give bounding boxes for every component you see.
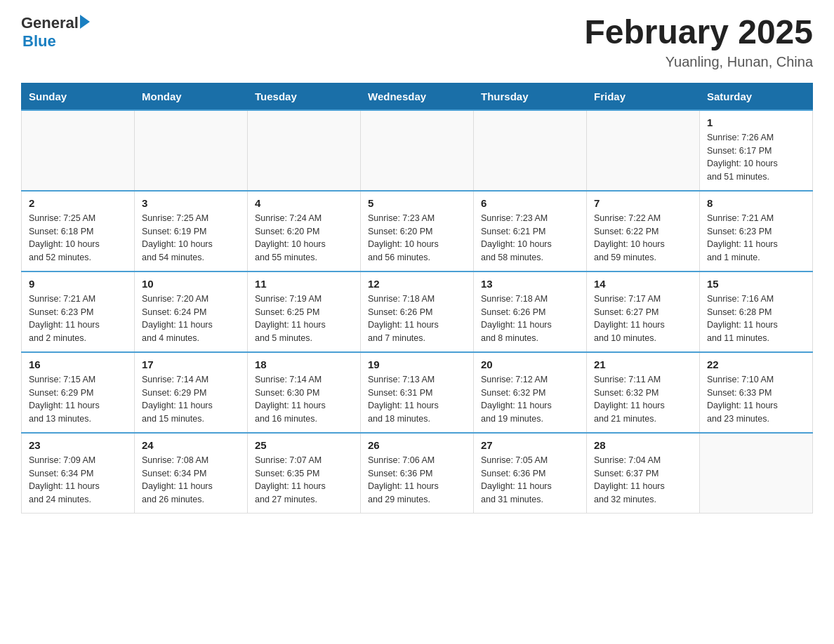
day-info: Sunrise: 7:21 AM Sunset: 6:23 PM Dayligh…: [29, 293, 127, 345]
day-info: Sunrise: 7:25 AM Sunset: 6:19 PM Dayligh…: [142, 212, 240, 264]
calendar-title: February 2025: [584, 14, 813, 51]
title-block: February 2025 Yuanling, Hunan, China: [584, 14, 813, 70]
day-info: Sunrise: 7:14 AM Sunset: 6:29 PM Dayligh…: [142, 373, 240, 426]
calendar-cell: 2Sunrise: 7:25 AM Sunset: 6:18 PM Daylig…: [22, 191, 135, 271]
day-number: 2: [29, 197, 127, 209]
calendar-cell: 19Sunrise: 7:13 AM Sunset: 6:31 PM Dayli…: [361, 352, 474, 433]
day-info: Sunrise: 7:22 AM Sunset: 6:22 PM Dayligh…: [594, 212, 692, 264]
day-number: 26: [368, 439, 466, 451]
day-number: 5: [368, 197, 466, 209]
calendar-cell: 18Sunrise: 7:14 AM Sunset: 6:30 PM Dayli…: [248, 352, 361, 433]
logo-arrow-icon: [80, 15, 90, 29]
day-info: Sunrise: 7:23 AM Sunset: 6:20 PM Dayligh…: [368, 212, 466, 264]
day-info: Sunrise: 7:08 AM Sunset: 6:34 PM Dayligh…: [142, 454, 240, 507]
calendar-week-row: 9Sunrise: 7:21 AM Sunset: 6:23 PM Daylig…: [22, 271, 813, 352]
calendar-cell: 25Sunrise: 7:07 AM Sunset: 6:35 PM Dayli…: [248, 433, 361, 514]
day-info: Sunrise: 7:12 AM Sunset: 6:32 PM Dayligh…: [481, 373, 579, 426]
calendar-cell: 13Sunrise: 7:18 AM Sunset: 6:26 PM Dayli…: [474, 271, 587, 352]
day-number: 15: [707, 278, 805, 290]
calendar-subtitle: Yuanling, Hunan, China: [584, 54, 813, 70]
calendar-cell: 16Sunrise: 7:15 AM Sunset: 6:29 PM Dayli…: [22, 352, 135, 433]
calendar-week-row: 23Sunrise: 7:09 AM Sunset: 6:34 PM Dayli…: [22, 433, 813, 514]
day-number: 6: [481, 197, 579, 209]
header-sunday: Sunday: [22, 83, 135, 110]
day-info: Sunrise: 7:05 AM Sunset: 6:36 PM Dayligh…: [481, 454, 579, 507]
header-friday: Friday: [587, 83, 700, 110]
calendar-cell: [135, 110, 248, 191]
header-saturday: Saturday: [700, 83, 813, 110]
day-info: Sunrise: 7:06 AM Sunset: 6:36 PM Dayligh…: [368, 454, 466, 507]
calendar-cell: 15Sunrise: 7:16 AM Sunset: 6:28 PM Dayli…: [700, 271, 813, 352]
calendar-cell: [587, 110, 700, 191]
day-info: Sunrise: 7:16 AM Sunset: 6:28 PM Dayligh…: [707, 293, 805, 345]
day-info: Sunrise: 7:10 AM Sunset: 6:33 PM Dayligh…: [707, 373, 805, 426]
calendar-cell: 9Sunrise: 7:21 AM Sunset: 6:23 PM Daylig…: [22, 271, 135, 352]
day-number: 11: [255, 278, 353, 290]
calendar-table: Sunday Monday Tuesday Wednesday Thursday…: [21, 83, 813, 514]
calendar-cell: 17Sunrise: 7:14 AM Sunset: 6:29 PM Dayli…: [135, 352, 248, 433]
day-info: Sunrise: 7:11 AM Sunset: 6:32 PM Dayligh…: [594, 373, 692, 426]
day-number: 24: [142, 439, 240, 451]
header-tuesday: Tuesday: [248, 83, 361, 110]
day-info: Sunrise: 7:21 AM Sunset: 6:23 PM Dayligh…: [707, 212, 805, 264]
day-number: 17: [142, 358, 240, 370]
day-number: 22: [707, 358, 805, 370]
calendar-cell: 23Sunrise: 7:09 AM Sunset: 6:34 PM Dayli…: [22, 433, 135, 514]
calendar-cell: [474, 110, 587, 191]
header-wednesday: Wednesday: [361, 83, 474, 110]
day-number: 25: [255, 439, 353, 451]
day-number: 9: [29, 278, 127, 290]
day-number: 21: [594, 358, 692, 370]
day-info: Sunrise: 7:09 AM Sunset: 6:34 PM Dayligh…: [29, 454, 127, 507]
day-info: Sunrise: 7:18 AM Sunset: 6:26 PM Dayligh…: [368, 293, 466, 345]
day-number: 14: [594, 278, 692, 290]
day-info: Sunrise: 7:26 AM Sunset: 6:17 PM Dayligh…: [707, 131, 805, 184]
day-info: Sunrise: 7:23 AM Sunset: 6:21 PM Dayligh…: [481, 212, 579, 264]
calendar-cell: 14Sunrise: 7:17 AM Sunset: 6:27 PM Dayli…: [587, 271, 700, 352]
calendar-cell: 8Sunrise: 7:21 AM Sunset: 6:23 PM Daylig…: [700, 191, 813, 271]
calendar-cell: 24Sunrise: 7:08 AM Sunset: 6:34 PM Dayli…: [135, 433, 248, 514]
day-info: Sunrise: 7:20 AM Sunset: 6:24 PM Dayligh…: [142, 293, 240, 345]
calendar-week-row: 16Sunrise: 7:15 AM Sunset: 6:29 PM Dayli…: [22, 352, 813, 433]
logo-blue: Blue: [22, 32, 90, 51]
calendar-cell: 21Sunrise: 7:11 AM Sunset: 6:32 PM Dayli…: [587, 352, 700, 433]
day-number: 13: [481, 278, 579, 290]
header-monday: Monday: [135, 83, 248, 110]
calendar-cell: 10Sunrise: 7:20 AM Sunset: 6:24 PM Dayli…: [135, 271, 248, 352]
calendar-cell: 6Sunrise: 7:23 AM Sunset: 6:21 PM Daylig…: [474, 191, 587, 271]
calendar-header-row: Sunday Monday Tuesday Wednesday Thursday…: [22, 83, 813, 110]
calendar-cell: [248, 110, 361, 191]
day-number: 18: [255, 358, 353, 370]
page-header: General Blue February 2025 Yuanling, Hun…: [21, 14, 813, 70]
day-info: Sunrise: 7:24 AM Sunset: 6:20 PM Dayligh…: [255, 212, 353, 264]
calendar-week-row: 1Sunrise: 7:26 AM Sunset: 6:17 PM Daylig…: [22, 110, 813, 191]
day-info: Sunrise: 7:07 AM Sunset: 6:35 PM Dayligh…: [255, 454, 353, 507]
day-number: 28: [594, 439, 692, 451]
calendar-cell: 20Sunrise: 7:12 AM Sunset: 6:32 PM Dayli…: [474, 352, 587, 433]
day-info: Sunrise: 7:13 AM Sunset: 6:31 PM Dayligh…: [368, 373, 466, 426]
day-number: 3: [142, 197, 240, 209]
day-number: 12: [368, 278, 466, 290]
day-number: 23: [29, 439, 127, 451]
calendar-week-row: 2Sunrise: 7:25 AM Sunset: 6:18 PM Daylig…: [22, 191, 813, 271]
calendar-cell: [361, 110, 474, 191]
logo-general: General: [21, 14, 79, 32]
calendar-cell: 3Sunrise: 7:25 AM Sunset: 6:19 PM Daylig…: [135, 191, 248, 271]
day-number: 1: [707, 116, 805, 128]
calendar-cell: 5Sunrise: 7:23 AM Sunset: 6:20 PM Daylig…: [361, 191, 474, 271]
calendar-cell: 22Sunrise: 7:10 AM Sunset: 6:33 PM Dayli…: [700, 352, 813, 433]
day-info: Sunrise: 7:25 AM Sunset: 6:18 PM Dayligh…: [29, 212, 127, 264]
day-info: Sunrise: 7:14 AM Sunset: 6:30 PM Dayligh…: [255, 373, 353, 426]
day-number: 8: [707, 197, 805, 209]
logo: General Blue: [21, 14, 90, 51]
calendar-cell: [22, 110, 135, 191]
day-number: 19: [368, 358, 466, 370]
day-number: 10: [142, 278, 240, 290]
calendar-cell: 11Sunrise: 7:19 AM Sunset: 6:25 PM Dayli…: [248, 271, 361, 352]
calendar-cell: 28Sunrise: 7:04 AM Sunset: 6:37 PM Dayli…: [587, 433, 700, 514]
calendar-cell: [700, 433, 813, 514]
header-thursday: Thursday: [474, 83, 587, 110]
day-number: 7: [594, 197, 692, 209]
day-info: Sunrise: 7:18 AM Sunset: 6:26 PM Dayligh…: [481, 293, 579, 345]
calendar-cell: 4Sunrise: 7:24 AM Sunset: 6:20 PM Daylig…: [248, 191, 361, 271]
